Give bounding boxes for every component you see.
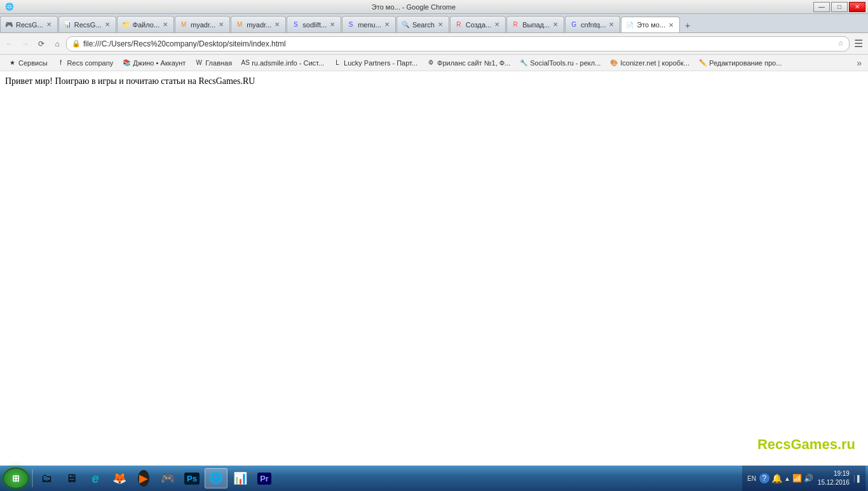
tab-label: Файло... xyxy=(133,21,159,29)
bookmark-label: ru.adsmile.info - Сист... xyxy=(252,59,324,67)
close-button[interactable]: ✕ xyxy=(849,2,865,12)
bookmark-favicon: 🔧 xyxy=(519,59,528,67)
tab-close-button[interactable]: ✕ xyxy=(328,20,337,29)
address-bar: ← → ⟳ ⌂ 🔒 file:///C:/Users/Recs%20compan… xyxy=(0,33,868,55)
tab-close-button[interactable]: ✕ xyxy=(103,20,112,29)
star-icon[interactable]: ☆ xyxy=(837,39,844,48)
tab-favicon: M xyxy=(235,20,244,29)
bookmark-item[interactable]: L Lucky Partners - Парт... xyxy=(329,57,421,69)
bookmark-label: Джино • Аккаунт xyxy=(133,59,186,67)
tab-label: RecsG... xyxy=(74,21,102,29)
tab-tab9[interactable]: R Созда... ✕ xyxy=(450,16,506,32)
bookmark-favicon: Ф xyxy=(426,59,435,67)
tabs-bar: 🎮 RecsG... ✕ 📊 RecsG... ✕ 📁 Файло... ✕ M… xyxy=(0,14,868,33)
reload-button[interactable]: ⟳ xyxy=(34,37,48,51)
tab-favicon: G xyxy=(569,20,578,29)
minimize-button[interactable]: — xyxy=(813,2,830,12)
bookmark-favicon: L xyxy=(333,59,342,67)
address-input-wrap[interactable]: 🔒 file:///C:/Users/Recs%20company/Deskto… xyxy=(66,36,850,52)
bookmark-favicon: 📚 xyxy=(122,59,131,67)
tab-tab2[interactable]: 📊 RecsG... ✕ xyxy=(58,16,116,32)
bookmark-favicon: W xyxy=(194,59,203,67)
lock-icon: 🔒 xyxy=(72,39,81,48)
bookmark-favicon: ✏️ xyxy=(698,59,707,67)
address-text: file:///C:/Users/Recs%20company/Desktop/… xyxy=(83,39,835,48)
tab-close-button[interactable]: ✕ xyxy=(551,20,560,29)
bookmark-item[interactable]: 🔧 SocialTools.ru - рекл... xyxy=(515,57,604,69)
bookmark-favicon: ★ xyxy=(8,59,17,67)
tab-label: Созда... xyxy=(466,21,491,29)
bookmarks-more-button[interactable]: » xyxy=(854,57,864,69)
tab-favicon: 🎮 xyxy=(4,20,13,29)
tab-tab7[interactable]: S menu... ✕ xyxy=(342,16,396,32)
bookmark-label: Фриланс сайт №1, Ф... xyxy=(437,59,510,67)
tab-label: menu... xyxy=(358,21,381,29)
maximize-button[interactable]: □ xyxy=(831,2,848,12)
tab-label: cnfntq... xyxy=(581,21,606,29)
tab-close-button[interactable]: ✕ xyxy=(273,20,281,29)
bookmark-label: Lucky Partners - Парт... xyxy=(344,59,417,67)
tab-label: Выпад... xyxy=(522,21,550,29)
tab-favicon: R xyxy=(511,20,520,29)
bookmark-item[interactable]: f Recs company xyxy=(53,57,118,69)
bookmarks-bar: ★ Сервисы f Recs company 📚 Джино • Аккау… xyxy=(0,55,868,71)
page-body-text: Привет мир! Поиграю в игры и почитаю ста… xyxy=(5,76,863,86)
address-icons: ☆ xyxy=(837,39,844,48)
bookmark-label: SocialTools.ru - рекл... xyxy=(530,59,600,67)
bookmark-label: Iconizer.net | коробк... xyxy=(620,59,689,67)
bookmark-item[interactable]: ✏️ Редактирование про... xyxy=(695,57,785,69)
bookmark-label: Сервисы xyxy=(18,59,48,67)
bookmark-label: Редактирование про... xyxy=(709,59,782,67)
chrome-menu-button[interactable]: ☰ xyxy=(851,37,865,51)
tab-favicon: 📄 xyxy=(625,20,634,29)
tab-label: Search xyxy=(412,21,435,29)
tab-favicon: 🔍 xyxy=(401,20,410,29)
bookmark-label: Главная xyxy=(205,59,232,67)
tab-favicon: M xyxy=(179,20,188,29)
window-title: Это мо... - Google Chrome xyxy=(14,3,813,11)
new-tab-button[interactable]: + xyxy=(681,18,695,32)
bookmark-favicon: 🎨 xyxy=(609,59,618,67)
bookmark-item[interactable]: ★ Сервисы xyxy=(4,57,51,69)
bookmark-item[interactable]: AS ru.adsmile.info - Сист... xyxy=(237,57,328,69)
tab-tab4[interactable]: M myadr... ✕ xyxy=(175,16,230,32)
tab-label: myadr... xyxy=(191,21,215,29)
tab-favicon: S xyxy=(291,20,300,29)
forward-button[interactable]: → xyxy=(18,37,32,51)
tab-close-button[interactable]: ✕ xyxy=(161,20,170,29)
back-button[interactable]: ← xyxy=(3,37,17,51)
tab-label: myadr... xyxy=(247,21,271,29)
bookmark-favicon: f xyxy=(57,59,65,67)
tab-favicon: R xyxy=(454,20,463,29)
bookmark-item[interactable]: 🎨 Iconizer.net | коробк... xyxy=(606,57,693,69)
tab-close-button[interactable]: ✕ xyxy=(492,20,501,29)
window-controls: — □ ✕ xyxy=(813,2,865,12)
tab-label: Это мо... xyxy=(637,21,665,29)
tab-tab5[interactable]: M myadr... ✕ xyxy=(231,16,286,32)
tab-close-button[interactable]: ✕ xyxy=(667,20,675,29)
tab-close-button[interactable]: ✕ xyxy=(217,20,226,29)
tab-close-button[interactable]: ✕ xyxy=(44,20,53,29)
tab-tab6[interactable]: S sodlift... ✕ xyxy=(287,16,341,32)
tab-tab10[interactable]: R Выпад... ✕ xyxy=(506,16,564,32)
tab-close-button[interactable]: ✕ xyxy=(607,20,616,29)
tab-label: RecsG... xyxy=(16,21,43,29)
tab-tab3[interactable]: 📁 Файло... ✕ xyxy=(117,16,174,32)
window-titlebar: 🌐 Это мо... - Google Chrome — □ ✕ xyxy=(0,0,868,14)
bookmark-item[interactable]: W Главная xyxy=(191,57,236,69)
page-content: Привет мир! Поиграю в игры и почитаю ста… xyxy=(0,71,868,466)
bookmark-item[interactable]: 📚 Джино • Аккаунт xyxy=(118,57,189,69)
bookmark-favicon: AS xyxy=(241,59,250,67)
home-button[interactable]: ⌂ xyxy=(50,37,64,51)
tab-tab11[interactable]: G cnfntq... ✕ xyxy=(565,16,620,32)
bookmark-item[interactable]: Ф Фриланс сайт №1, Ф... xyxy=(423,57,514,69)
tab-favicon: S xyxy=(346,20,355,29)
page-watermark: RecsGames.ru xyxy=(757,436,855,453)
tab-favicon: 📊 xyxy=(63,20,72,29)
tab-tab8[interactable]: 🔍 Search ✕ xyxy=(397,16,449,32)
tab-favicon: 📁 xyxy=(121,20,130,29)
tab-close-button[interactable]: ✕ xyxy=(436,20,445,29)
tab-tab12[interactable]: 📄 Это мо... ✕ xyxy=(621,17,680,33)
tab-close-button[interactable]: ✕ xyxy=(383,20,391,29)
tab-tab1[interactable]: 🎮 RecsG... ✕ xyxy=(0,16,58,32)
